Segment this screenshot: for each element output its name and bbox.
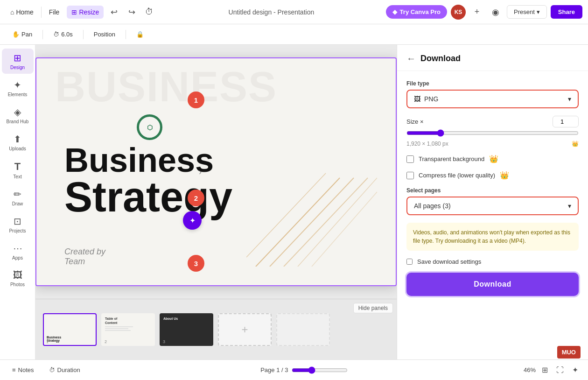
clock-icon: ⏱	[53, 31, 59, 38]
film-thumb-2-content: Table of Content	[102, 314, 154, 345]
sidebar-item-uploads[interactable]: ⬆ Uploads	[2, 130, 34, 155]
lock-button[interactable]: 🔒	[132, 28, 148, 40]
crown-icon: 👑	[572, 141, 579, 147]
sidebar-item-apps[interactable]: ⋯ Apps	[2, 239, 34, 264]
sidebar-label-text: Text	[13, 174, 21, 179]
share-button[interactable]: Share	[551, 5, 582, 19]
diamond-icon: ◆	[392, 8, 397, 15]
sidebar-item-elements[interactable]: ✦ Elements	[2, 76, 34, 101]
resize-button[interactable]: ⊞ Resize	[67, 6, 104, 19]
sidebar-item-brand-hub[interactable]: ◈ Brand Hub	[2, 103, 34, 128]
sidebar-label-elements: Elements	[8, 92, 28, 97]
notes-button[interactable]: ≡ Notes	[7, 364, 39, 376]
save-settings-label[interactable]: Save download settings	[417, 258, 481, 265]
filmstrip-slide-1[interactable]: Business Strategy 1	[43, 313, 97, 346]
toolbar-separator-1	[42, 30, 43, 39]
hide-filmstrip-btn[interactable]: Hide panels	[353, 303, 393, 313]
save-settings-checkbox[interactable]	[406, 259, 413, 265]
sidebar-item-photos[interactable]: 🖼 Photos	[2, 266, 34, 291]
resize-icon: ⊞	[71, 8, 77, 16]
toolbar: ✋ Pan ⏱ 6.0s Position 🔒	[0, 24, 588, 45]
canvas-workspace: 1 2 3 BUSINESS ⬡ Business Strategy	[35, 45, 397, 299]
chevron-down-icon: ▾	[537, 8, 540, 15]
canvas-area: 1 2 3 BUSINESS ⬡ Business Strategy	[35, 45, 397, 359]
size-input[interactable]	[553, 116, 579, 127]
grid-view-button[interactable]: ⊞	[539, 363, 550, 377]
present-button[interactable]: Present ▾	[507, 5, 547, 19]
topbar-center: Untitled design - Presentation	[161, 8, 382, 16]
text-icon: T	[14, 161, 21, 173]
assistant-icon: ✦	[572, 366, 578, 374]
redo-button[interactable]: ↪	[124, 5, 139, 20]
slide-byline: Created by Team	[64, 247, 105, 267]
uploads-icon: ⬆	[14, 134, 21, 145]
transparent-bg-label[interactable]: Transparent background	[419, 155, 484, 162]
resize-label: Resize	[79, 8, 99, 16]
assistant-bottom-button[interactable]: ✦	[570, 363, 581, 377]
activity-button[interactable]: ◉	[488, 5, 503, 20]
home-button[interactable]: ⌂ Home	[6, 6, 38, 19]
crown-icon-2: 👑	[489, 155, 498, 163]
add-slide-button[interactable]: +	[218, 313, 272, 346]
film-thumb-3[interactable]: About Us 3	[160, 313, 213, 346]
position-button[interactable]: Position	[89, 28, 120, 40]
film-thumb-3-title: About Us	[163, 317, 178, 320]
film-thumb-1-title-1: Business	[47, 336, 61, 339]
timer-button[interactable]: ⏱	[142, 5, 157, 20]
home-icon: ⌂	[10, 8, 14, 16]
size-row: Size ×	[406, 116, 579, 127]
page-info: Page 1 / 3	[260, 366, 288, 373]
select-pages-section: Select pages All pages (3) ▾	[406, 187, 579, 215]
compress-checkbox[interactable]	[406, 172, 414, 179]
ai-assistant-button[interactable]: ✦	[183, 211, 202, 230]
compress-label[interactable]: Compress file (lower quality)	[419, 172, 495, 179]
panel-back-button[interactable]: ←	[406, 53, 416, 64]
download-button[interactable]: Download	[406, 273, 579, 296]
bottom-bar: ≡ Notes ⏱ Duration Page 1 / 3 46% ⊞ ⛶ ✦	[0, 359, 588, 380]
apps-icon: ⋯	[13, 243, 22, 254]
filmstrip-slide-2[interactable]: Table of Content 2	[101, 313, 155, 346]
resolution-info: 1,920 × 1,080 px 👑	[406, 141, 579, 147]
svg-line-3	[298, 178, 377, 267]
film-thumb-2-title: Table of	[105, 317, 117, 320]
avatar[interactable]: KS	[451, 5, 466, 20]
hide-panels-button[interactable]: Hide panels	[353, 303, 393, 313]
size-slider[interactable]	[406, 129, 579, 137]
sidebar-item-text[interactable]: T Text	[2, 157, 34, 183]
svg-line-5	[246, 173, 326, 257]
bottom-right: 46% ⊞ ⛶ ✦	[524, 363, 581, 377]
duration-bottom-label: Duration	[57, 366, 80, 373]
expand-button[interactable]: ›	[199, 167, 202, 177]
png-icon: 🖼	[414, 95, 420, 103]
film-thumb-2[interactable]: Table of Content 2	[101, 313, 155, 346]
size-section: Size × 1,920 × 1,080 px 👑	[406, 116, 579, 147]
slide-decoration	[246, 164, 377, 267]
fullscreen-icon: ⛶	[556, 366, 564, 374]
filmstrip-slide-3[interactable]: About Us 3	[160, 313, 213, 346]
canvas-slide[interactable]: BUSINESS ⬡ Business Strategy Created by …	[35, 57, 397, 286]
timer-icon: ⏱	[145, 7, 154, 17]
fullscreen-button[interactable]: ⛶	[554, 364, 566, 377]
sidebar-label-uploads: Uploads	[9, 146, 26, 151]
duration-button[interactable]: ⏱ 6.0s	[49, 28, 77, 40]
page-progress-slider[interactable]	[292, 366, 348, 374]
duration-bottom-button[interactable]: ⏱ Duration	[44, 364, 85, 376]
file-type-select[interactable]: 🖼 PNG ▾	[406, 90, 579, 108]
select-pages-select[interactable]: All pages (3) ▾	[406, 197, 579, 215]
undo-button[interactable]: ↩	[106, 5, 121, 20]
transparent-bg-checkbox[interactable]	[406, 155, 414, 163]
pan-button[interactable]: ✋ Pan	[7, 28, 37, 40]
toolbar-separator-2	[83, 30, 84, 39]
pan-label: Pan	[21, 31, 32, 38]
film-thumb-1[interactable]: Business Strategy 1	[43, 313, 97, 346]
sidebar-item-draw[interactable]: ✏ Draw	[2, 185, 34, 210]
brand-hub-icon: ◈	[14, 106, 21, 118]
sidebar-item-design[interactable]: ⊞ Design	[2, 49, 34, 74]
add-collaborator-button[interactable]: +	[469, 5, 484, 20]
sidebar-item-projects[interactable]: ⊡ Projects	[2, 212, 34, 237]
try-pro-button[interactable]: ◆ Try Canva Pro	[386, 5, 447, 19]
muo-watermark: MUO	[557, 346, 581, 359]
home-label: Home	[16, 8, 33, 16]
file-button[interactable]: File	[44, 6, 64, 19]
save-settings-row: Save download settings	[406, 258, 579, 265]
